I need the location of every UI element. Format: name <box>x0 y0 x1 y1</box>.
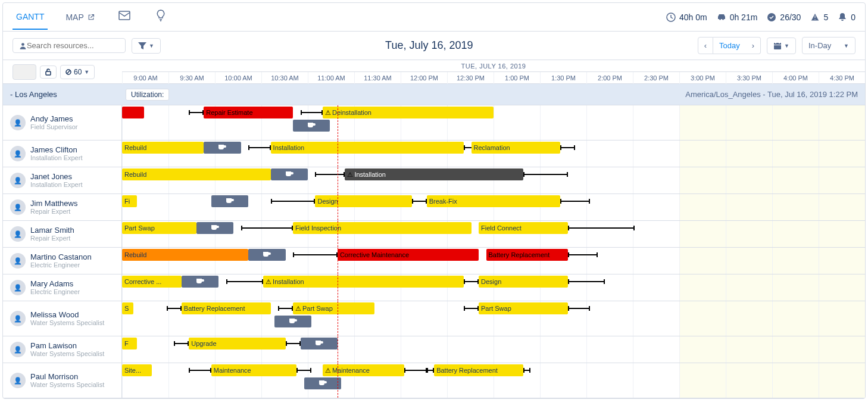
resource-row: 👤Melissa WoodWater Systems SpecialistSBa… <box>3 301 865 336</box>
utilization-label: Utilization: <box>126 89 169 101</box>
timeline-cell[interactable]: SBattery Replacement⚠ Part SwapPart Swap <box>122 301 865 336</box>
timeline-cell[interactable]: Corrective ...⚠ InstallationDesign <box>122 274 865 301</box>
appointment[interactable]: F <box>122 338 137 349</box>
resource-cell[interactable]: 👤Janet JonesInstallation Expert <box>3 167 122 193</box>
appointment[interactable]: Site... <box>122 364 152 376</box>
appointment[interactable] <box>122 107 144 118</box>
search-input[interactable] <box>27 41 119 50</box>
timeline-cell[interactable]: Repair Estimate⚠ Deinstallation <box>122 105 865 140</box>
appointment[interactable]: Battery Replacement <box>486 249 568 261</box>
timeline-cell[interactable]: RebuildCorrective MaintenanceBattery Rep… <box>122 248 865 274</box>
break-block[interactable] <box>293 120 330 132</box>
break-block[interactable] <box>274 316 311 327</box>
appointment[interactable]: Field Inspection <box>293 222 472 234</box>
territory-toggle[interactable]: - Los Angeles <box>3 90 122 99</box>
appointment[interactable]: Battery Replacement <box>434 364 523 376</box>
next-button[interactable]: › <box>746 37 761 54</box>
appointment[interactable]: Part Swap <box>479 302 568 314</box>
calendar-button[interactable]: ▼ <box>767 38 796 54</box>
timeline-cell[interactable]: RebuildInstallationReclamation <box>122 141 865 167</box>
break-block[interactable] <box>248 249 285 261</box>
tab-gantt[interactable]: GANTT <box>13 5 48 30</box>
timeline-cell[interactable]: FiDesignBreak-Fix <box>122 194 865 220</box>
appointment[interactable]: ⚠ Deinstallation <box>323 107 494 118</box>
appointment[interactable]: Upgrade <box>189 338 285 349</box>
appointment[interactable]: ⚠ Installation <box>263 276 464 288</box>
avatar: 👤 <box>10 373 26 388</box>
appointment-label: Installation <box>273 278 304 285</box>
appointment-label: Maintenance <box>332 367 370 374</box>
appointment[interactable]: Fi <box>122 195 137 207</box>
timeline-cell[interactable]: Rebuild⚠ Installation <box>122 167 865 193</box>
travel-line <box>167 308 182 309</box>
appointment[interactable]: Installation <box>271 142 464 154</box>
travel-line <box>464 281 479 282</box>
appointment[interactable]: Rebuild <box>122 142 204 154</box>
resource-title: Water Systems Specialist <box>30 350 104 357</box>
resource-cell[interactable]: 👤Andy JamesField Supervisor <box>3 105 122 140</box>
collapse-toggle[interactable] <box>13 64 36 80</box>
appointment[interactable]: ⚠ Installation <box>345 168 523 180</box>
appointment[interactable]: Rebuild <box>122 168 271 180</box>
appointment[interactable]: Reclamation <box>472 142 561 154</box>
resource-name: Paul Morrison <box>30 373 104 381</box>
timeline-cell[interactable]: Site...Maintenance⚠ MaintenanceBattery R… <box>122 363 865 398</box>
today-button[interactable]: Today <box>713 37 746 54</box>
appointment[interactable]: S <box>122 302 133 314</box>
hour-label: 2:00 PM <box>586 72 633 84</box>
resource-cell[interactable]: 👤Melissa WoodWater Systems Specialist <box>3 301 122 336</box>
search-box[interactable] <box>13 38 126 53</box>
hour-label: 3:00 PM <box>679 72 726 84</box>
appointment[interactable]: ⚠ Maintenance <box>323 364 404 376</box>
warning-icon: ⚠ <box>325 109 331 117</box>
appointment-label: Field Inspection <box>295 224 341 232</box>
resource-cell[interactable]: 👤Paul MorrisonWater Systems Specialist <box>3 363 122 398</box>
appointment[interactable]: Design <box>479 276 568 288</box>
interval-select[interactable]: 60 ▼ <box>60 65 95 79</box>
appointment[interactable]: Corrective ... <box>122 276 182 288</box>
mail-icon[interactable] <box>113 7 136 27</box>
break-block[interactable] <box>271 168 308 180</box>
appointment[interactable]: Maintenance <box>211 364 297 376</box>
filter-button[interactable]: ▼ <box>132 38 161 54</box>
tab-map[interactable]: MAP <box>62 5 98 29</box>
appointment[interactable]: Part Swap <box>122 222 196 234</box>
timeline-cell[interactable]: FUpgrade <box>122 336 865 363</box>
resource-cell[interactable]: 👤Lamar SmithRepair Expert <box>3 221 122 247</box>
appointment-label: Corrective Maintenance <box>340 251 409 258</box>
break-block[interactable] <box>182 276 218 288</box>
hour-label: 11:30 AM <box>354 72 401 84</box>
appointment[interactable]: ⚠ Part Swap <box>293 302 374 314</box>
appointment-label: Installation <box>273 144 305 151</box>
resource-cell[interactable]: 👤Martino CastanonElectric Engineer <box>3 248 122 274</box>
lock-button[interactable] <box>40 65 57 79</box>
hour-label: 12:30 PM <box>447 72 494 84</box>
appointment[interactable]: Field Connect <box>479 222 568 234</box>
timeline-cell[interactable]: Part SwapField InspectionField Connect <box>122 221 865 247</box>
appointment[interactable]: Rebuild <box>122 249 248 261</box>
resource-cell[interactable]: 👤Jim MatthewsRepair Expert <box>3 194 122 220</box>
break-block[interactable] <box>304 377 341 389</box>
view-select[interactable]: In-Day ▼ <box>802 37 855 54</box>
appointment[interactable]: Battery Replacement <box>182 302 271 314</box>
prev-button[interactable]: ‹ <box>698 37 713 54</box>
kpi-travel: 0h 21m <box>717 13 758 22</box>
resource-cell[interactable]: 👤Pam LawisonWater Systems Specialist <box>3 336 122 363</box>
appointment[interactable]: Corrective Maintenance <box>338 249 479 261</box>
lightbulb-icon[interactable] <box>151 6 171 28</box>
coffee-icon <box>314 339 324 348</box>
resource-title: Electric Engineer <box>30 288 80 295</box>
avatar: 👤 <box>10 115 26 130</box>
break-block[interactable] <box>301 338 338 349</box>
date-nav-group: ‹ Today › <box>698 37 761 54</box>
break-block[interactable] <box>196 222 233 234</box>
resource-cell[interactable]: 👤James CliftonInstallation Expert <box>3 141 122 167</box>
resource-cell[interactable]: 👤Mary AdamsElectric Engineer <box>3 274 122 301</box>
break-block[interactable] <box>211 195 248 207</box>
break-block[interactable] <box>204 142 241 154</box>
appointment[interactable]: Design <box>315 195 411 207</box>
svg-rect-4 <box>774 43 781 49</box>
appointment[interactable]: Break-Fix <box>427 195 561 207</box>
hour-label: 1:00 PM <box>494 72 540 84</box>
appointment[interactable]: Repair Estimate <box>204 107 293 118</box>
